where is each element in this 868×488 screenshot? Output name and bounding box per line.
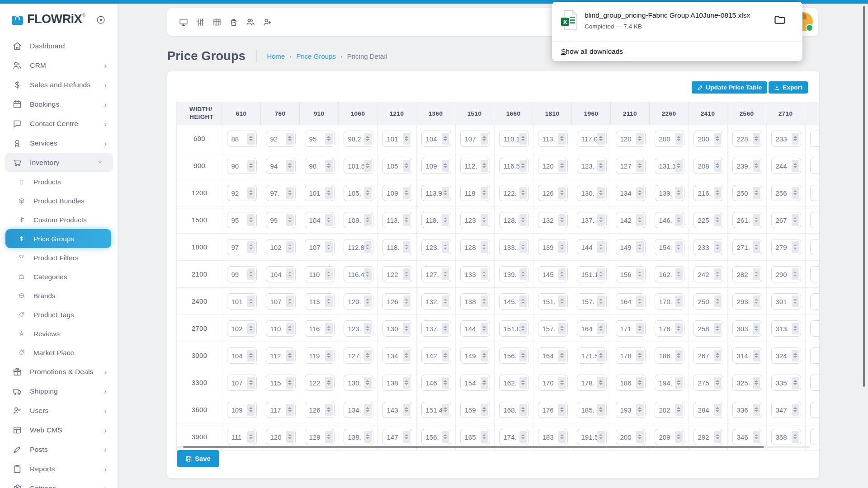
number-spinner-icon[interactable] — [364, 323, 372, 334]
number-spinner-icon[interactable] — [792, 377, 799, 389]
sidebar-item-shipping[interactable]: Shipping› — [0, 381, 118, 401]
price-input[interactable]: 346 — [732, 429, 762, 445]
number-spinner-icon[interactable] — [481, 214, 488, 226]
price-input[interactable]: 146. — [655, 212, 684, 228]
number-spinner-icon[interactable] — [481, 377, 488, 389]
number-spinner-icon[interactable] — [558, 241, 566, 253]
number-spinner-icon[interactable] — [558, 160, 566, 172]
number-spinner-icon[interactable] — [675, 377, 683, 389]
number-spinner-icon[interactable] — [792, 187, 799, 199]
number-spinner-icon[interactable] — [636, 241, 644, 253]
number-spinner-icon[interactable] — [714, 241, 722, 253]
price-input[interactable]: 225 — [693, 212, 723, 228]
price-input[interactable]: 138. — [344, 429, 373, 445]
price-input[interactable]: 118. — [382, 239, 412, 255]
number-spinner-icon[interactable] — [442, 268, 449, 280]
price-input[interactable]: 101.5 — [344, 158, 373, 174]
number-spinner-icon[interactable] — [403, 431, 410, 443]
price-input[interactable]: 145. — [499, 293, 529, 310]
price-input[interactable]: 250 — [693, 293, 723, 310]
number-spinner-icon[interactable] — [792, 323, 799, 334]
number-spinner-icon[interactable] — [286, 160, 294, 172]
price-input[interactable]: 133 — [460, 266, 490, 282]
users-icon[interactable] — [245, 17, 256, 28]
show-all-downloads-link[interactable]: Show all downloads — [561, 47, 623, 56]
sidebar-item-products[interactable]: Products — [0, 172, 118, 191]
price-input[interactable]: 104 — [266, 266, 296, 282]
price-input[interactable]: 109 — [382, 185, 412, 201]
number-spinner-icon[interactable] — [597, 323, 605, 334]
price-input[interactable] — [810, 185, 820, 201]
price-input[interactable]: 202 — [655, 402, 684, 418]
number-spinner-icon[interactable] — [558, 187, 566, 199]
number-spinner-icon[interactable] — [247, 377, 255, 389]
number-spinner-icon[interactable] — [753, 241, 760, 253]
download-item-row[interactable]: X blind_group_pricing-Fabric Group A10Ju… — [552, 6, 802, 34]
price-input[interactable]: 194. — [655, 375, 684, 391]
number-spinner-icon[interactable] — [597, 241, 605, 253]
price-input[interactable]: 151.1 — [577, 266, 607, 282]
number-spinner-icon[interactable] — [675, 350, 683, 361]
number-spinner-icon[interactable] — [636, 404, 644, 416]
sidebar-item-price-groups[interactable]: Price Groups — [5, 229, 111, 248]
price-input[interactable]: 123. — [577, 158, 607, 174]
number-spinner-icon[interactable] — [636, 431, 644, 443]
price-input[interactable]: 244 — [771, 158, 801, 174]
price-input[interactable]: 131.1 — [655, 158, 684, 174]
number-spinner-icon[interactable] — [558, 133, 566, 145]
sidebar-item-categories[interactable]: Categories — [0, 267, 118, 286]
price-input[interactable]: 293. — [732, 293, 762, 310]
price-input[interactable]: 139. — [499, 266, 529, 282]
number-spinner-icon[interactable] — [519, 160, 527, 172]
price-input[interactable]: 104 — [227, 347, 257, 364]
price-input[interactable]: 127. — [344, 347, 373, 364]
number-spinner-icon[interactable] — [442, 241, 449, 253]
price-input[interactable] — [810, 429, 820, 445]
price-input[interactable] — [810, 266, 820, 282]
price-input[interactable]: 116.4 — [344, 266, 373, 282]
sidebar-item-sales-and-refunds[interactable]: Sales and Refunds› — [0, 75, 118, 94]
number-spinner-icon[interactable] — [558, 377, 566, 389]
price-input[interactable]: 101 — [227, 293, 257, 310]
price-input[interactable]: 162. — [499, 375, 529, 391]
price-input[interactable]: 200 — [693, 131, 723, 147]
price-input[interactable]: 120 — [538, 158, 568, 174]
number-spinner-icon[interactable] — [558, 268, 566, 280]
price-input[interactable]: 98 — [305, 158, 335, 174]
number-spinner-icon[interactable] — [442, 323, 449, 334]
price-input[interactable] — [810, 402, 820, 418]
number-spinner-icon[interactable] — [325, 214, 333, 226]
price-input[interactable]: 178. — [655, 320, 684, 337]
price-input[interactable]: 110 — [305, 266, 335, 282]
number-spinner-icon[interactable] — [286, 133, 294, 145]
price-input[interactable]: 105. — [344, 185, 373, 201]
price-input[interactable]: 292 — [693, 429, 723, 445]
price-input[interactable] — [810, 158, 820, 174]
price-input[interactable]: 242 — [693, 266, 723, 282]
price-input[interactable]: 128 — [460, 239, 490, 255]
number-spinner-icon[interactable] — [753, 296, 760, 307]
number-spinner-icon[interactable] — [714, 296, 722, 307]
number-spinner-icon[interactable] — [519, 187, 527, 199]
export-button[interactable]: Export — [769, 81, 808, 94]
price-input[interactable]: 142 — [616, 212, 646, 228]
price-input[interactable]: 105 — [382, 158, 412, 174]
price-input[interactable]: 159 — [460, 402, 490, 418]
number-spinner-icon[interactable] — [403, 133, 410, 145]
sliders-h-icon[interactable] — [195, 17, 206, 28]
number-spinner-icon[interactable] — [636, 296, 644, 307]
number-spinner-icon[interactable] — [792, 214, 799, 226]
number-spinner-icon[interactable] — [519, 323, 527, 334]
number-spinner-icon[interactable] — [325, 160, 333, 172]
save-button[interactable]: Save — [177, 450, 219, 467]
number-spinner-icon[interactable] — [519, 350, 527, 361]
price-input[interactable]: 118. — [421, 212, 451, 228]
price-input[interactable]: 164 — [538, 347, 568, 364]
number-spinner-icon[interactable] — [286, 187, 294, 199]
number-spinner-icon[interactable] — [286, 296, 294, 307]
bag-smile-icon[interactable] — [228, 17, 239, 28]
sidebar-item-product-tags[interactable]: Product Tags — [0, 305, 118, 324]
price-input[interactable]: 107 — [460, 131, 490, 147]
price-input[interactable]: 117.0 — [577, 131, 607, 147]
price-input[interactable]: 133. — [499, 239, 529, 255]
